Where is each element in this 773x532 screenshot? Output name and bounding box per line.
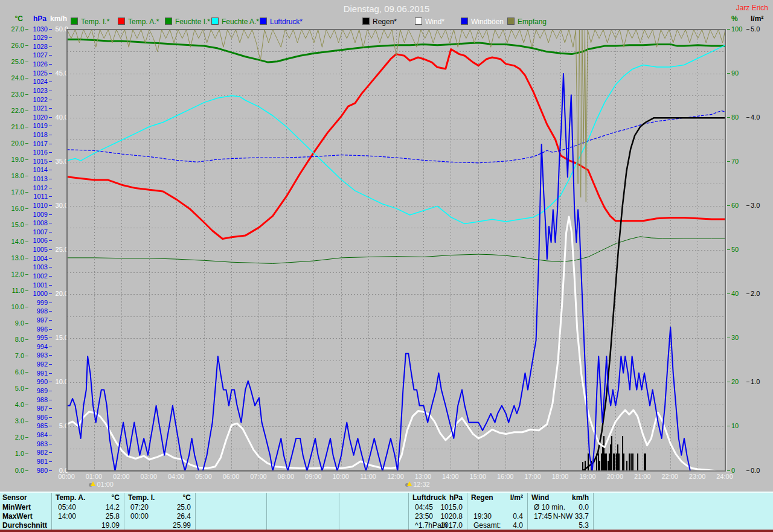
legend-item-tempi[interactable]: Temp. I.* xyxy=(71,18,109,25)
table-cell-value: 14.2 xyxy=(52,503,120,512)
y-tick-lm2: 4.0 xyxy=(751,114,760,121)
y-tick-pct: 40 xyxy=(731,290,739,298)
y-tick-c: 0.0 xyxy=(0,467,24,475)
axis-header-kmh: km/h xyxy=(43,14,67,23)
legend-item-regen[interactable]: Regen* xyxy=(362,18,397,25)
table-cell-value: 4.0 xyxy=(467,521,523,530)
x-tick-label: 01:00 xyxy=(80,473,107,480)
legend-item-tempa[interactable]: Temp. A.* xyxy=(118,18,159,25)
legend-item-label: Luftdruck* xyxy=(270,18,303,26)
y-tick-kmh: 15.0 xyxy=(44,334,68,342)
y-tick-c: 12.0 xyxy=(0,271,24,278)
legend-item-label: Windböen xyxy=(471,18,504,26)
sun-marker-time: 01:00 xyxy=(97,481,114,488)
table-column-separator xyxy=(195,493,196,531)
legend-item-label: Regen* xyxy=(373,18,397,26)
y-tick-hpa: 982 xyxy=(24,449,48,457)
x-tick-label: 08:00 xyxy=(272,473,299,480)
x-tick-label: 24:00 xyxy=(711,473,738,480)
legend-item-feuchtei[interactable]: Feuchte I.* xyxy=(165,18,210,25)
table-row-label: Durchschnitt xyxy=(2,521,47,530)
legend-item-label: Temp. I.* xyxy=(81,18,109,26)
x-tick-label: 11:00 xyxy=(355,473,382,480)
table-column-separator xyxy=(593,493,594,531)
x-tick-label: 03:00 xyxy=(135,473,162,480)
y-tick-kmh: 30.0 xyxy=(44,202,68,210)
legend-item-feuchtea[interactable]: Feuchte A.* xyxy=(211,18,259,25)
y-tick-hpa: 987 xyxy=(24,405,48,412)
axis-header-lm2: l/m² xyxy=(751,14,763,23)
legend-color-swatch-icon xyxy=(165,18,172,25)
y-tick-lm2: 5.0 xyxy=(751,25,760,33)
y-tick-hpa: 1018 xyxy=(24,131,48,139)
y-tick-kmh: 50.0 xyxy=(44,25,68,33)
x-tick-label: 18:00 xyxy=(547,473,574,480)
y-tick-hpa: 983 xyxy=(24,440,48,448)
legend-color-swatch-icon xyxy=(415,18,422,25)
y-tick-hpa: 1029 xyxy=(24,34,48,42)
sun-marker-icon xyxy=(407,481,412,486)
y-tick-c: 1.0 xyxy=(0,450,24,458)
x-tick-label: 20:00 xyxy=(601,473,628,480)
legend-item-luftdruck[interactable]: Luftdruck* xyxy=(260,18,303,25)
legend-item-label: Feuchte I.* xyxy=(175,18,210,26)
y-tick-hpa: 1009 xyxy=(24,211,48,219)
legend-item-windben[interactable]: Windböen xyxy=(461,18,504,25)
y-tick-c: 22.0 xyxy=(0,107,24,115)
x-tick-label: 06:00 xyxy=(218,473,245,480)
table-cell-value: N-NW 33.7 xyxy=(528,512,589,521)
y-tick-c: 10.0 xyxy=(0,303,24,311)
y-tick-c: 18.0 xyxy=(0,172,24,180)
y-tick-pct: 80 xyxy=(731,114,739,121)
table-cell-value: 26.4 xyxy=(124,512,191,521)
y-tick-hpa: 991 xyxy=(24,370,48,377)
y-tick-c: 17.0 xyxy=(0,188,24,196)
table-cell-value: 25.0 xyxy=(124,503,191,512)
table-cell-value: 25.8 xyxy=(52,512,120,521)
x-tick-label: 17:00 xyxy=(519,473,546,480)
table-cell-value: 0.4 xyxy=(467,512,523,521)
y-tick-lm2: 2.0 xyxy=(751,290,760,298)
y-tick-c: 8.0 xyxy=(0,336,24,344)
y-tick-kmh: 35.0 xyxy=(44,158,68,165)
legend-item-wind[interactable]: Wind* xyxy=(415,18,444,25)
y-tick-hpa: 1013 xyxy=(24,175,48,183)
y-tick-hpa: 1012 xyxy=(24,184,48,192)
x-tick-label: 21:00 xyxy=(629,473,656,480)
footer-bar xyxy=(0,530,773,532)
chart-canvas xyxy=(67,30,725,471)
y-tick-c: 15.0 xyxy=(0,221,24,229)
y-tick-c: 7.0 xyxy=(0,352,24,360)
table-cell-value: 1020.8 xyxy=(409,512,463,521)
table-column-separator xyxy=(266,493,267,531)
y-tick-c: 4.0 xyxy=(0,401,24,409)
y-tick-hpa: 1021 xyxy=(24,104,48,112)
table-sensor-unit: hPa xyxy=(409,493,463,502)
y-tick-c: 2.0 xyxy=(0,434,24,441)
sun-marker-icon xyxy=(91,481,95,486)
table-sensor-unit: l/m² xyxy=(467,493,523,502)
legend-color-swatch-icon xyxy=(118,18,125,25)
statistics-table: SensorMinWertMaxWertDurchschnittTemp. A.… xyxy=(0,492,773,531)
y-tick-c: 24.0 xyxy=(0,74,24,82)
y-tick-hpa: 988 xyxy=(24,396,48,404)
legend-item-empfang[interactable]: Empfang xyxy=(507,18,547,25)
axis-header-pct: % xyxy=(731,14,738,23)
axis-header-c: °C xyxy=(0,14,23,23)
y-tick-pct: 10 xyxy=(731,422,739,430)
y-tick-hpa: 1017 xyxy=(24,140,48,148)
table-row-label: MinWert xyxy=(2,503,31,512)
table-cell-value: 1017.0 xyxy=(409,521,463,530)
y-tick-kmh: 40.0 xyxy=(44,114,68,121)
series-luftdruck xyxy=(67,111,725,163)
y-tick-hpa: 1019 xyxy=(24,122,48,130)
x-tick-label: 13:00 xyxy=(409,473,436,480)
y-tick-pct: 90 xyxy=(731,69,739,77)
y-tick-hpa: 1006 xyxy=(24,237,48,245)
y-tick-pct: 60 xyxy=(731,202,739,210)
y-tick-hpa: 989 xyxy=(24,387,48,395)
table-sensor-unit: °C xyxy=(124,493,191,502)
y-tick-hpa: 992 xyxy=(24,361,48,368)
y-tick-pct: 50 xyxy=(731,246,739,254)
y-tick-lm2: 3.0 xyxy=(751,202,760,210)
